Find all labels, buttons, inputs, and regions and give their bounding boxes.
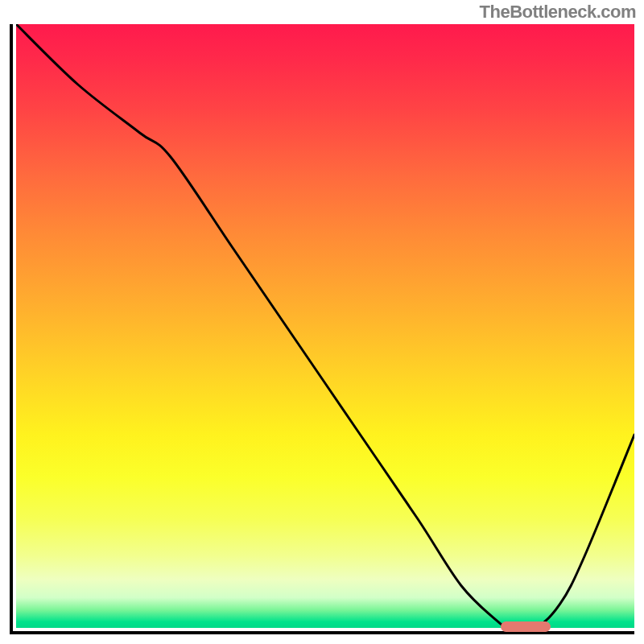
chart-container: TheBottleneck.com <box>0 0 644 644</box>
curve-svg <box>16 24 634 628</box>
bottleneck-curve <box>16 24 634 628</box>
optimal-range-marker <box>501 621 551 632</box>
watermark-text: TheBottleneck.com <box>480 2 636 23</box>
plot-frame <box>10 24 634 634</box>
